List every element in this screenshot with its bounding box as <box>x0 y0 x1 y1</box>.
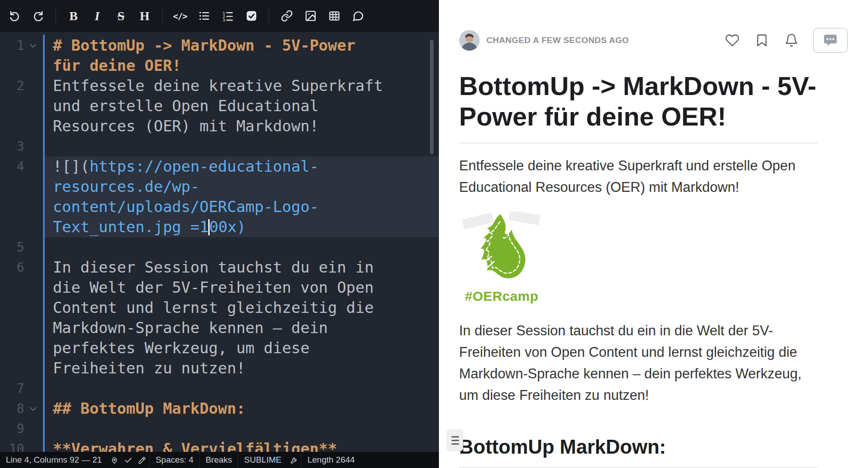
line-number: 9 <box>0 419 24 439</box>
code-line: 1 # BottomUp -> MarkDown - 5V-Power für … <box>0 35 439 76</box>
bookmark-button[interactable] <box>752 30 772 50</box>
markdown-bold-source: **Verwahren & Vervielfältigen** <box>53 439 387 452</box>
line-number: 10 <box>0 439 24 452</box>
open-comments-button[interactable] <box>813 28 848 53</box>
table-button[interactable] <box>324 6 344 26</box>
link-button[interactable] <box>277 6 296 26</box>
editor-toolbar: B I S H </> 123 <box>0 0 439 32</box>
image-button[interactable] <box>301 6 320 26</box>
last-changed-label: CHANGED A FEW SECONDS AGO <box>486 35 629 45</box>
fold-chevron-icon[interactable] <box>24 35 42 56</box>
markdown-paragraph-source: In dieser Session tauchst du ein in die … <box>53 257 387 378</box>
toolbar-separator <box>162 9 163 23</box>
keymap-setting[interactable]: SUBLIME <box>238 452 287 468</box>
ordered-list-icon: 123 <box>222 10 234 22</box>
code-button[interactable]: </> <box>170 6 190 26</box>
code-line: 6 In dieser Session tauchst du ein in di… <box>0 257 439 378</box>
bold-button[interactable]: B <box>64 6 83 26</box>
markdown-heading-source: # BottomUp -> MarkDown - 5V-Power für de… <box>53 35 387 76</box>
bell-icon <box>784 33 799 48</box>
code-line-empty: 5 <box>0 237 439 257</box>
line-number: 6 <box>0 257 24 277</box>
table-icon <box>328 10 340 22</box>
line-number: 4 <box>0 156 24 177</box>
code-line-empty: 9 <box>0 419 439 439</box>
session-paragraph: In dieser Session tauchst du ein in die … <box>459 320 817 406</box>
status-check-icon[interactable] <box>121 452 135 468</box>
document-subheading: BottomUp MarkDown: <box>459 436 817 458</box>
avatar[interactable] <box>459 30 480 51</box>
check-list-icon <box>245 10 258 22</box>
preview-pane: CHANGED A FEW SECONDS AGO BottomUp -> Ma… <box>439 0 868 468</box>
line-number: 1 <box>0 35 24 56</box>
line-number: 8 <box>0 399 24 419</box>
markdown-image-source: ![](https://open-educational-resources.d… <box>53 156 387 237</box>
spaces-setting[interactable]: Spaces: 4 <box>149 452 199 468</box>
undo-button[interactable] <box>4 6 24 26</box>
like-button[interactable] <box>722 30 742 50</box>
code-line: 10 **Verwahren & Vervielfältigen** <box>0 439 439 452</box>
line-number: 2 <box>0 76 24 96</box>
status-pin-icon[interactable] <box>107 452 121 468</box>
status-pen-icon[interactable] <box>135 452 149 468</box>
redo-icon <box>32 10 44 22</box>
code-line-empty: 7 <box>0 378 439 399</box>
markdown-editor-app: B I S H </> 123 <box>0 0 868 468</box>
rendered-document: BottomUp -> MarkDown - 5V-Power für dein… <box>459 71 817 468</box>
code-editor[interactable]: 1 # BottomUp -> MarkDown - 5V-Power für … <box>0 32 439 452</box>
editor-pane: B I S H </> 123 <box>0 0 439 468</box>
image-syntax-prefix: ![]( <box>53 157 90 175</box>
fold-chevron-icon[interactable] <box>24 399 42 419</box>
intro-paragraph: Entfessele deine kreative Superkraft und… <box>459 155 817 198</box>
notifications-button[interactable] <box>782 30 801 50</box>
editor-statusbar: Line 4, Columns 92 — 21 Spaces: 4 Breaks… <box>0 452 439 468</box>
editor-scrollbar[interactable] <box>430 40 434 154</box>
code-line: 8 ## BottomUp MarkDown: <box>0 399 439 419</box>
cursor-position: Line 4, Columns 92 — 21 <box>0 452 107 468</box>
split-drag-handle[interactable] <box>447 429 463 451</box>
toolbar-separator <box>56 9 56 23</box>
bullet-list-button[interactable] <box>194 6 214 26</box>
line-number: 7 <box>0 378 24 399</box>
toolbar-separator <box>269 9 269 23</box>
line-number: 5 <box>0 237 24 257</box>
ordered-list-button[interactable]: 123 <box>218 6 237 26</box>
line-number: 3 <box>0 136 24 156</box>
image-url-text: 00x) <box>209 218 246 236</box>
undo-icon <box>9 10 21 22</box>
markdown-heading-source: ## BottomUp MarkDown: <box>53 399 387 419</box>
document-title: BottomUp -> MarkDown - 5V-Power für dein… <box>459 71 817 143</box>
image-icon <box>305 10 317 22</box>
comment-bubble-icon <box>823 33 838 48</box>
svg-text:3: 3 <box>223 17 225 22</box>
heart-icon <box>725 33 739 48</box>
image-url-text: https://open-educational-resources.de/wp… <box>53 157 319 236</box>
oercamp-logo-image: #OERcamp <box>459 212 544 304</box>
comment-icon <box>352 10 364 22</box>
authorship-indicator <box>43 35 45 452</box>
note-info-bar: CHANGED A FEW SECONDS AGO <box>459 28 848 53</box>
code-line: 2 Entfessele deine kreative Superkraft u… <box>0 76 439 136</box>
document-length: Length 2644 <box>301 452 361 468</box>
italic-button[interactable]: I <box>87 6 107 26</box>
wrench-icon[interactable] <box>287 452 301 468</box>
bullet-list-icon <box>198 10 210 22</box>
markdown-paragraph-source: Entfessele deine kreative Superkraft und… <box>53 76 387 136</box>
code-line-empty: 3 <box>0 136 439 156</box>
heading-button[interactable]: H <box>135 6 155 26</box>
logo-caption: #OERcamp <box>459 289 544 304</box>
link-icon <box>281 10 293 22</box>
strikethrough-button[interactable]: S <box>111 6 131 26</box>
code-line-active: 4 ![](https://open-educational-resources… <box>0 156 439 237</box>
check-list-button[interactable] <box>241 6 261 26</box>
comment-button-toolbar[interactable] <box>348 6 368 26</box>
breaks-setting[interactable]: Breaks <box>199 452 238 468</box>
bookmark-icon <box>755 33 769 48</box>
redo-button[interactable] <box>28 6 48 26</box>
